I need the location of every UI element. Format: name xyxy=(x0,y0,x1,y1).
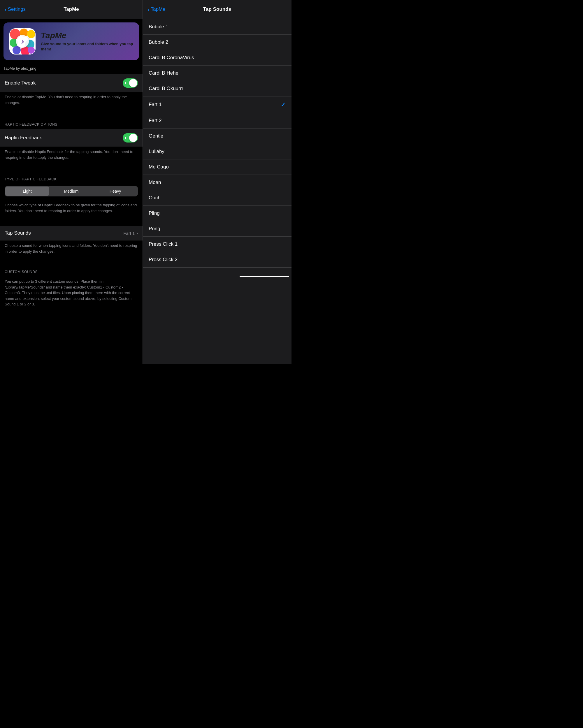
back-chevron-icon: ‹ xyxy=(5,6,7,13)
sound-item[interactable]: Pong xyxy=(143,221,292,237)
haptic-type-desc: Choose which type of Haptic Feedback to … xyxy=(0,200,143,218)
selected-checkmark-icon: ✓ xyxy=(281,101,286,108)
sound-name: Ouch xyxy=(149,195,161,201)
sound-item[interactable]: Moan xyxy=(143,175,292,190)
sound-name: Gentle xyxy=(149,133,163,139)
enable-tweak-section: Enable Tweak I Enable or disable TapMe. … xyxy=(0,74,143,110)
haptic-toggle-i-label: I xyxy=(125,136,126,139)
right-panel: Bubble 1Bubble 2Cardi B CoronaVirusCardi… xyxy=(143,19,292,364)
sound-name: Fart 1 xyxy=(149,102,161,107)
right-nav: ‹ TapMe Tap Sounds xyxy=(143,0,292,19)
app-description: Give sound to your icons and folders whe… xyxy=(41,42,133,52)
sound-item[interactable]: Me Cago xyxy=(143,159,292,175)
sound-name: Pong xyxy=(149,226,160,232)
sound-name: Cardi B Okuurrr xyxy=(149,86,183,92)
enable-tweak-row: Enable Tweak I xyxy=(0,74,143,92)
haptic-type-header: TYPE OF HAPTIC FEEDBACK xyxy=(0,173,143,184)
content-area: ♪ TapMe Give sound to your icons and fol… xyxy=(0,19,292,364)
sound-name: Cardi B Hehe xyxy=(149,70,178,76)
sound-item[interactable]: Press Click 1 xyxy=(143,237,292,252)
sound-item[interactable]: Bubble 1 xyxy=(143,19,292,35)
haptic-feedback-toggle[interactable]: I xyxy=(123,133,138,142)
sound-name: Me Cago xyxy=(149,164,169,170)
left-nav: ‹ Settings TapMe xyxy=(0,0,143,19)
sound-name: Pling xyxy=(149,210,160,216)
seg-medium-label: Medium xyxy=(64,189,79,193)
right-nav-title: Tap Sounds xyxy=(203,6,231,12)
haptic-section: HAPTIC FEEDBACK OPTIONS Haptic Feedback … xyxy=(0,118,143,164)
sound-item[interactable]: Bubble 2 xyxy=(143,35,292,50)
sound-name: Lullaby xyxy=(149,149,164,154)
app-icon-music-note: ♪ xyxy=(16,35,29,48)
enable-tweak-desc: Enable or disable TapMe. You don't need … xyxy=(0,92,143,110)
sound-item[interactable]: Ouch xyxy=(143,190,292,206)
sound-item[interactable]: Fart 2 xyxy=(143,113,292,129)
sound-item[interactable]: Cardi B Okuurrr xyxy=(143,81,292,97)
toggle-knob xyxy=(129,79,137,87)
divider-gap-3 xyxy=(0,218,143,226)
enable-tweak-label: Enable Tweak xyxy=(5,80,35,86)
tap-sounds-right: Fart 1 › xyxy=(123,231,138,236)
seg-heavy[interactable]: Heavy xyxy=(93,186,137,196)
tapme-back-chevron-icon: ‹ xyxy=(148,6,150,13)
custom-sounds-section: CUSTOM SOUNDS You can put up to 3 differ… xyxy=(0,265,143,311)
app-icon-wrapper: ♪ xyxy=(9,28,35,54)
seg-light[interactable]: Light xyxy=(5,186,49,196)
svg-point-2 xyxy=(27,30,35,38)
sound-item[interactable]: Press Click 2 xyxy=(143,252,292,267)
tap-sounds-desc: Choose a sound for when tapping icons an… xyxy=(0,240,143,258)
sound-item[interactable]: Lullaby xyxy=(143,144,292,159)
sounds-list: Bubble 1Bubble 2Cardi B CoronaVirusCardi… xyxy=(143,19,292,267)
sound-name: Press Click 2 xyxy=(149,257,178,263)
scroll-indicator xyxy=(143,267,292,285)
seg-heavy-label: Heavy xyxy=(109,189,121,193)
divider-gap-1 xyxy=(0,110,143,118)
tap-sounds-section: Tap Sounds Fart 1 › Choose a sound for w… xyxy=(0,226,143,258)
sound-name: Fart 2 xyxy=(149,118,161,124)
haptic-toggle-knob xyxy=(129,134,137,142)
sound-name: Bubble 1 xyxy=(149,24,168,30)
app-info: TapMe Give sound to your icons and folde… xyxy=(41,31,133,52)
svg-point-7 xyxy=(28,47,35,54)
back-label: Settings xyxy=(8,6,26,12)
app-author: TapMe by alex_png xyxy=(0,64,143,74)
haptic-type-segmented: Light Medium Heavy xyxy=(5,186,138,197)
haptic-type-section: TYPE OF HAPTIC FEEDBACK Light Medium Hea… xyxy=(0,173,143,218)
custom-sounds-header: CUSTOM SOUNDS xyxy=(0,265,143,276)
app-card: ♪ TapMe Give sound to your icons and fol… xyxy=(3,22,139,60)
haptic-feedback-row: Haptic Feedback I xyxy=(0,129,143,147)
seg-medium[interactable]: Medium xyxy=(49,186,93,196)
music-note-icon: ♪ xyxy=(21,37,24,46)
scroll-bar xyxy=(239,276,289,277)
seg-light-label: Light xyxy=(23,189,31,193)
sound-item[interactable]: Pling xyxy=(143,206,292,221)
enable-tweak-toggle[interactable]: I xyxy=(123,78,138,88)
toggle-i-label: I xyxy=(125,81,126,85)
nav-bars: ‹ Settings TapMe ‹ TapMe Tap Sounds xyxy=(0,0,292,19)
settings-back-button[interactable]: ‹ Settings xyxy=(5,6,26,13)
app-icon: ♪ xyxy=(9,28,35,54)
sound-name: Moan xyxy=(149,180,161,185)
sound-item[interactable]: Gentle xyxy=(143,129,292,144)
tap-sounds-value: Fart 1 xyxy=(123,231,135,236)
tapme-back-button[interactable]: ‹ TapMe xyxy=(148,6,166,13)
sound-name: Cardi B CoronaVirus xyxy=(149,55,194,61)
tap-sounds-row[interactable]: Tap Sounds Fart 1 › xyxy=(0,226,143,240)
app-name: TapMe xyxy=(41,31,133,40)
haptic-section-header: HAPTIC FEEDBACK OPTIONS xyxy=(0,118,143,129)
tapme-back-label: TapMe xyxy=(151,6,166,12)
sound-item[interactable]: Cardi B CoronaVirus xyxy=(143,50,292,66)
haptic-feedback-label: Haptic Feedback xyxy=(5,135,42,141)
svg-point-5 xyxy=(12,46,21,54)
custom-sounds-desc: You can put up to 3 different custom sou… xyxy=(0,276,143,311)
sound-name: Bubble 2 xyxy=(149,40,168,45)
sound-item[interactable]: Cardi B Hehe xyxy=(143,66,292,81)
haptic-feedback-desc: Enable or disable Haptic Feedback for th… xyxy=(0,147,143,164)
sound-item[interactable]: Fart 1✓ xyxy=(143,97,292,113)
tap-sounds-label: Tap Sounds xyxy=(5,230,31,236)
left-nav-title: TapMe xyxy=(64,6,79,12)
sound-name: Press Click 1 xyxy=(149,241,178,247)
divider-gap-2 xyxy=(0,164,143,173)
left-panel: ♪ TapMe Give sound to your icons and fol… xyxy=(0,19,143,364)
tap-sounds-chevron-icon: › xyxy=(136,231,138,235)
